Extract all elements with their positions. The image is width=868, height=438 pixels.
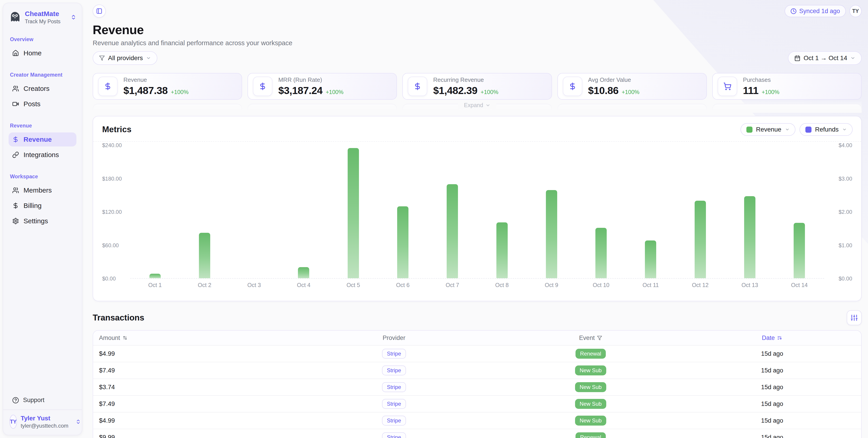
- table-row[interactable]: $7.49 Stripe New Sub 15d ago: [93, 362, 861, 379]
- table-row[interactable]: $4.99 Stripe New Sub 15d ago: [93, 412, 861, 429]
- event-badge: New Sub: [575, 416, 606, 426]
- column-header-date[interactable]: Date: [689, 335, 855, 342]
- provider-badge[interactable]: Stripe: [382, 416, 406, 426]
- date-range-label: Oct 1 → Oct 14: [804, 55, 847, 62]
- sidebar-section-creator-management: Creator Management Creators Posts: [8, 72, 76, 111]
- bar-slot: [378, 145, 428, 278]
- dollar-icon: [12, 202, 19, 209]
- bar-slot: [477, 145, 527, 278]
- bar-slot: [675, 145, 725, 278]
- column-label: Event: [579, 335, 595, 342]
- bar-slot: [279, 145, 329, 278]
- stat-card-revenue: Revenue $1,487.38 +100%: [93, 73, 242, 100]
- stat-label: Recurring Revenue: [433, 76, 498, 84]
- date-range-dropdown[interactable]: Oct 1 → Oct 14: [788, 51, 862, 65]
- transactions-table: Amount Provider Event Date: [93, 330, 862, 438]
- table-settings-button[interactable]: [847, 310, 862, 325]
- y-tick-left: $240.00: [102, 142, 122, 149]
- chevrons-up-down-icon[interactable]: [70, 14, 76, 20]
- sidebar: CheatMate Track My Posts Overview Home C…: [3, 3, 82, 435]
- column-header-event[interactable]: Event: [492, 335, 689, 342]
- table-header-row: Amount Provider Event Date: [93, 331, 861, 345]
- avatar[interactable]: TY: [849, 5, 862, 17]
- x-axis-label: Oct 11: [626, 282, 675, 288]
- legend-dropdown-revenue[interactable]: Revenue: [741, 123, 796, 136]
- y-tick-left: $0.00: [102, 276, 116, 282]
- revenue-bar: [397, 206, 408, 278]
- revenue-bar: [546, 190, 557, 278]
- sidebar-item-members[interactable]: Members: [8, 183, 76, 197]
- bar-slot: [775, 145, 824, 278]
- ghost-logo-icon: [8, 11, 21, 24]
- support-link[interactable]: Support: [3, 393, 82, 409]
- sidebar-item-settings[interactable]: Settings: [8, 214, 76, 228]
- users-icon: [12, 187, 19, 194]
- date-cell: 15d ago: [689, 417, 855, 424]
- stat-label: Purchases: [743, 76, 779, 84]
- x-axis-label: Oct 3: [229, 282, 279, 288]
- users-icon: [12, 85, 19, 92]
- chevron-down-icon: [146, 56, 151, 61]
- sidebar-item-label: Posts: [24, 100, 40, 108]
- sidebar-item-creators[interactable]: Creators: [8, 82, 76, 96]
- stats-expand-strip: Expand: [93, 101, 862, 113]
- revenue-bar: [794, 223, 805, 278]
- page-subtitle: Revenue analytics and financial performa…: [93, 39, 862, 47]
- provider-badge[interactable]: Stripe: [382, 382, 406, 392]
- y-tick-left: $180.00: [102, 176, 122, 182]
- sidebar-item-label: Members: [24, 186, 52, 194]
- y-tick-right: $0.00: [839, 276, 852, 282]
- sliders-icon: [850, 314, 858, 321]
- table-row[interactable]: $3.74 Stripe New Sub 15d ago: [93, 379, 861, 395]
- sidebar-toggle-button[interactable]: [93, 4, 106, 18]
- sidebar-item-revenue[interactable]: Revenue: [8, 132, 76, 147]
- sidebar-footer: Support TY Tyler Yust tyler@yusttech.com: [3, 393, 82, 435]
- amount-cell: $7.49: [99, 400, 296, 407]
- sidebar-item-posts[interactable]: Posts: [8, 97, 76, 111]
- dollar-icon: [12, 136, 19, 143]
- stat-label: MRR (Run Rate): [278, 76, 343, 84]
- sidebar-item-label: Creators: [24, 85, 50, 92]
- expand-button[interactable]: Expand: [458, 102, 496, 108]
- user-menu[interactable]: TY Tyler Yust tyler@yusttech.com: [3, 410, 82, 435]
- provider-badge[interactable]: Stripe: [382, 366, 406, 375]
- x-axis-label: Oct 13: [725, 282, 774, 288]
- sidebar-item-home[interactable]: Home: [8, 46, 76, 60]
- chart-plot: [130, 145, 824, 279]
- stat-value: $1,487.38: [123, 85, 168, 96]
- date-cell: 15d ago: [689, 367, 855, 374]
- revenue-bar: [694, 201, 706, 278]
- chevrons-up-down-icon[interactable]: [75, 419, 81, 425]
- x-axis-label: Oct 10: [577, 282, 626, 288]
- provider-badge[interactable]: Stripe: [382, 399, 406, 409]
- revenue-bar: [348, 148, 359, 278]
- stat-delta: +100%: [762, 89, 779, 95]
- legend-dropdown-refunds[interactable]: Refunds: [800, 123, 852, 136]
- column-header-provider[interactable]: Provider: [296, 335, 492, 342]
- table-row[interactable]: $9.99 Stripe Renewal 15d ago: [93, 429, 861, 438]
- app-tagline: Track My Posts: [25, 19, 61, 25]
- sidebar-item-integrations[interactable]: Integrations: [8, 148, 76, 162]
- sort-descending-icon: [777, 335, 782, 341]
- event-badge: Renewal: [576, 349, 606, 359]
- provider-badge[interactable]: Stripe: [382, 432, 406, 438]
- workspace-switcher[interactable]: CheatMate Track My Posts: [8, 10, 76, 25]
- provider-filter-dropdown[interactable]: All providers: [93, 51, 157, 65]
- provider-badge[interactable]: Stripe: [382, 349, 406, 359]
- event-badge: Renewal: [576, 432, 606, 438]
- table-row[interactable]: $7.49 Stripe New Sub 15d ago: [93, 395, 861, 412]
- panel-left-icon: [96, 8, 102, 14]
- section-label-workspace: Workspace: [8, 174, 76, 180]
- sync-status-badge[interactable]: Synced 1d ago: [784, 5, 846, 17]
- sidebar-item-billing[interactable]: Billing: [8, 199, 76, 213]
- help-circle-icon: [12, 397, 19, 404]
- stat-delta: +100%: [326, 89, 344, 95]
- y-tick-right: $2.00: [839, 209, 852, 215]
- table-row[interactable]: $4.99 Stripe Renewal 15d ago: [93, 345, 861, 362]
- column-header-amount[interactable]: Amount: [99, 335, 296, 342]
- stat-value: 111: [743, 85, 758, 96]
- x-axis-label: Oct 9: [527, 282, 576, 288]
- cart-icon: [718, 76, 737, 96]
- y-tick-left: $60.00: [102, 242, 119, 249]
- stat-value: $3,187.24: [278, 85, 322, 96]
